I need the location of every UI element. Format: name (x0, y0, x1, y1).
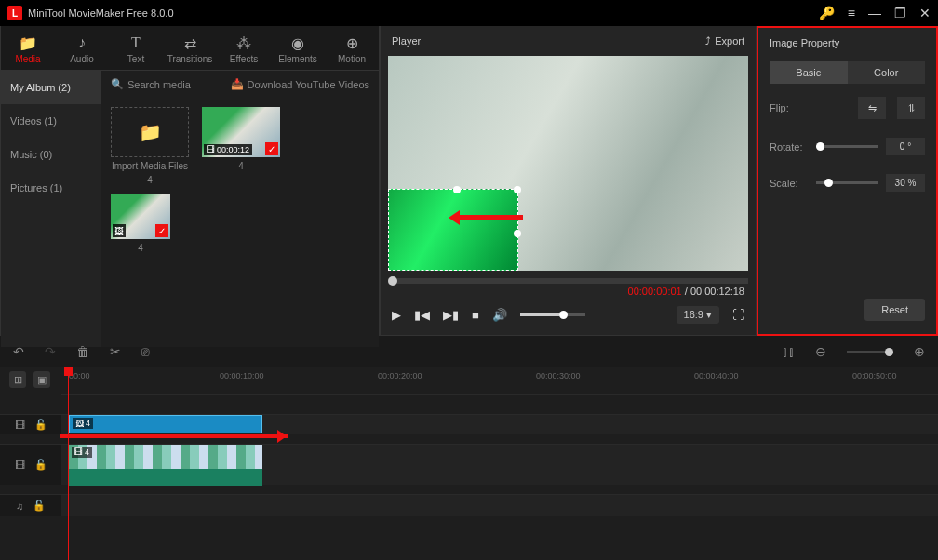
player-progress-bar[interactable] (388, 278, 748, 284)
collapse-button[interactable]: ▣ (34, 371, 50, 388)
minimize-button[interactable]: — (868, 6, 881, 20)
elements-icon: ◉ (271, 33, 325, 52)
svg-marker-0 (449, 210, 523, 225)
zoom-in-button[interactable]: ⊕ (914, 344, 925, 359)
media-item-picture[interactable]: 🖼 ✓ 4 (111, 194, 170, 253)
flip-vertical-button[interactable]: ⥮ (897, 97, 925, 119)
tab-audio[interactable]: ♪Audio (55, 26, 109, 70)
volume-slider[interactable] (520, 313, 585, 316)
overlay-clip[interactable]: 🖼4 (69, 415, 262, 433)
video-clip[interactable]: 🎞4 (69, 445, 262, 486)
rotate-slider[interactable] (816, 145, 878, 148)
time-current: 00:00:00:01 (628, 286, 682, 297)
tab-effects[interactable]: ⁂Effects (217, 26, 271, 70)
image-icon: 🖼 (113, 224, 126, 237)
fullscreen-button[interactable]: ⛶ (732, 308, 744, 322)
lock-icon[interactable]: 🔓 (33, 500, 46, 512)
prev-button[interactable]: ▮◀ (414, 308, 430, 322)
app-logo-icon: L (7, 6, 22, 20)
sidebar-item-pictures[interactable]: Pictures (1) (1, 171, 101, 205)
play-button[interactable]: ▶ (392, 308, 401, 322)
tab-color[interactable]: Color (848, 61, 926, 84)
folder-icon: 📁 (139, 121, 162, 143)
zoom-slider[interactable] (847, 351, 893, 353)
tab-text[interactable]: TText (109, 26, 163, 70)
reset-button[interactable]: Reset (864, 299, 925, 321)
app-title: MiniTool MovieMaker Free 8.0.0 (28, 7, 819, 19)
scale-slider[interactable] (816, 181, 878, 184)
tab-media[interactable]: 📁Media (1, 26, 55, 70)
audio-icon: ♪ (55, 33, 109, 52)
download-icon: 📥 (231, 78, 244, 90)
lock-icon[interactable]: 🔓 (34, 419, 47, 431)
key-icon[interactable]: 🔑 (819, 6, 835, 20)
next-button[interactable]: ▶▮ (443, 308, 459, 322)
flip-horizontal-button[interactable]: ⇋ (858, 97, 886, 119)
zoom-out-button[interactable]: ⊖ (815, 344, 826, 359)
scale-value[interactable]: 30 % (886, 174, 925, 192)
film-icon: 🎞 (74, 447, 83, 457)
download-youtube-link[interactable]: 📥 Download YouTube Videos (231, 78, 370, 90)
aspect-select[interactable]: 16:9 ▾ (677, 306, 719, 324)
sidebar-item-music[interactable]: Music (0) (1, 138, 101, 171)
redo-button[interactable]: ↷ (45, 344, 56, 359)
film-icon: 🎞 (15, 460, 25, 471)
export-icon: ⤴ (705, 35, 711, 47)
delete-button[interactable]: 🗑 (76, 344, 89, 359)
rotate-label: Rotate: (770, 141, 809, 153)
scale-label: Scale: (770, 178, 809, 189)
film-icon: 🎞 (15, 420, 25, 431)
image-icon: 🖼 (75, 419, 84, 428)
volume-icon[interactable]: 🔊 (492, 308, 507, 322)
tab-transitions[interactable]: ⇄Transitions (163, 26, 217, 70)
player-title: Player (392, 35, 421, 47)
timeline-ruler[interactable]: 00:00 00:00:10:00 00:00:20:00 00:00:30:0… (61, 367, 938, 395)
marker-button[interactable]: ⫿⫿ (782, 344, 795, 359)
export-button[interactable]: ⤴ Export (705, 35, 744, 47)
transitions-icon: ⇄ (163, 33, 217, 52)
media-item-video[interactable]: 🎞00:00:12 ✓ 4 (202, 107, 280, 185)
search-input[interactable]: 🔍 Search media (111, 78, 191, 90)
chevron-down-icon: ▾ (706, 309, 712, 320)
sidebar-item-videos[interactable]: Videos (1) (1, 104, 101, 138)
rotate-value[interactable]: 0 ° (886, 138, 925, 155)
property-title: Image Property (758, 28, 936, 58)
film-icon: 🎞 (207, 145, 215, 154)
tab-basic[interactable]: Basic (770, 61, 848, 84)
maximize-button[interactable]: ❐ (894, 6, 906, 20)
effects-icon: ⁂ (217, 33, 271, 52)
tab-motion[interactable]: ⊕Motion (325, 26, 379, 70)
music-icon: ♫ (16, 500, 23, 512)
text-icon: T (109, 33, 163, 52)
search-icon: 🔍 (111, 78, 124, 90)
stop-button[interactable]: ■ (472, 308, 479, 322)
flip-label: Flip: (770, 102, 809, 113)
tab-elements[interactable]: ◉Elements (271, 26, 325, 70)
playhead[interactable] (68, 367, 69, 560)
check-icon: ✓ (155, 224, 168, 237)
annotation-arrow (449, 210, 523, 225)
player-viewport[interactable] (388, 56, 748, 271)
undo-button[interactable]: ↶ (13, 344, 24, 359)
menu-icon[interactable]: ≡ (848, 6, 855, 20)
lock-icon[interactable]: 🔓 (34, 459, 47, 471)
check-icon: ✓ (265, 142, 278, 155)
sidebar-item-myalbum[interactable]: My Album (2) (1, 71, 101, 104)
pip-overlay[interactable] (388, 189, 518, 271)
motion-icon: ⊕ (325, 33, 379, 52)
folder-icon: 📁 (1, 33, 55, 52)
time-total: / 00:00:12:18 (685, 286, 744, 297)
add-track-button[interactable]: ⊞ (9, 371, 26, 388)
import-media-button[interactable]: 📁 Import Media Files 4 (111, 107, 189, 185)
close-button[interactable]: ✕ (919, 6, 931, 20)
